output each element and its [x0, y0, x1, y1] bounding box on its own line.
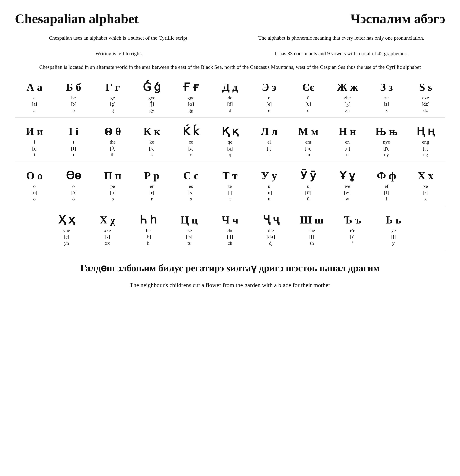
letter-cell: Ң ң eng [ŋ] ng [406, 125, 445, 158]
letter-name: eng [422, 139, 429, 145]
letter-rom: gg [188, 107, 193, 114]
letter-main: Өө [66, 169, 81, 182]
letter-ipa: [g] [110, 101, 115, 107]
letter-ipa: [ɔ] [71, 189, 76, 196]
letter-cell: S s dze [dz] dz [406, 81, 445, 114]
letter-cell: І і ï [ɪ] ï [54, 125, 93, 158]
letter-ipa: [k] [149, 145, 155, 152]
letter-rom: p [111, 196, 114, 202]
letter-name: ge [110, 95, 115, 101]
letter-main: Х х [418, 169, 433, 182]
letter-main: Ъ ъ [344, 213, 361, 227]
letter-rom: zh [345, 107, 350, 114]
letter-name: a [33, 95, 36, 101]
letter-rom: g [111, 107, 114, 114]
letter-rom: ö [72, 196, 75, 202]
alphabet-row-4: Ҳ ҳ yhe [ç] yh Χ χ xxe [χ] xx Һ һ he [h]… [15, 213, 445, 250]
letter-name: ef [385, 183, 388, 189]
letter-ipa: [t] [228, 189, 232, 196]
letter-ipa: [ʒ] [344, 101, 350, 107]
letter-main: Ң ң [417, 125, 435, 138]
letter-ipa: [w] [344, 189, 351, 196]
letter-ipa: [dz] [422, 101, 429, 107]
letter-name: e [268, 95, 270, 101]
letter-main: Д д [222, 81, 238, 94]
letter-name: zhe [344, 95, 351, 101]
letter-rom: m [306, 152, 310, 158]
letter-rom: e [268, 107, 270, 114]
letter-main: Ь ь [386, 213, 401, 227]
letter-name: we [345, 183, 350, 189]
letter-name: pe [110, 183, 115, 189]
letter-cell: Б б be [b] b [54, 81, 93, 114]
letter-ipa: [h] [146, 234, 151, 240]
letter-name: xxe [104, 227, 111, 234]
letter-main: К к [143, 125, 160, 138]
letter-name: o [33, 183, 36, 189]
bottom-section: Галдөш элбоњим билус регатирэ sилтаү дри… [15, 261, 445, 289]
letter-rom: d [229, 107, 231, 114]
letter-rom: q [229, 152, 231, 158]
letter-main: А а [27, 81, 42, 94]
letter-ipa: [s] [188, 189, 193, 196]
letter-name: ï [73, 139, 74, 145]
letter-rom: xx [105, 240, 110, 246]
letter-rom: dz [423, 107, 428, 114]
letter-main: Һ һ [140, 213, 157, 227]
letter-rom: k [150, 152, 153, 158]
letter-rom: s [190, 196, 192, 202]
letter-cell: Ұ ұ we [w] w [328, 169, 367, 202]
letter-rom: t [229, 196, 230, 202]
letter-main: Т т [222, 169, 238, 182]
letter-ipa: [ɛ] [305, 101, 311, 107]
letter-cell: Э э e [e] e [249, 81, 289, 114]
letter-ipa: [m] [305, 145, 312, 152]
letter-rom: c [190, 152, 192, 158]
letter-cell: Ъ ъ e'e [ʔ] ' [332, 213, 373, 246]
letter-main: М м [298, 125, 318, 138]
letter-cell: Х х xe [x] x [406, 169, 445, 202]
letter-name: xe [423, 183, 428, 189]
title-left: Chesapalian alphabet [15, 11, 139, 26]
alphabet-row-1: А а a [a] a Б б be [b] b Г г ge [g] g Ǵ … [15, 81, 445, 118]
letter-rom: yh [64, 240, 69, 246]
english-sentence: The neighbour's childrens cut a flower f… [15, 280, 445, 289]
title-right: Чэспалим абэгэ [350, 11, 445, 26]
letter-ipa: [x] [423, 189, 428, 196]
letter-rom: b [72, 107, 75, 114]
letter-cell: Єє ë [ɛ] ë [289, 81, 328, 114]
letter-main: Ғ ғ [183, 81, 199, 94]
letter-name: en [345, 139, 350, 145]
letter-rom: dj [269, 240, 273, 246]
letter-name: er [150, 183, 154, 189]
letter-ipa: [u] [266, 189, 272, 196]
letter-cell: У у u [u] u [249, 169, 289, 202]
letter-ipa: [z] [384, 101, 389, 107]
letter-cell: Ǵ ǵ gye [j̊] gy [132, 81, 172, 114]
letter-rom: r [151, 196, 153, 202]
letter-ipa: [ɲ] [383, 145, 390, 152]
letter-main: Θ θ [104, 125, 121, 138]
alphabet-row-2: И и i [i] i І і ï [ɪ] ï Θ θ the [θ] th К… [15, 125, 445, 162]
letter-ipa: [ʃ] [309, 234, 314, 240]
letter-main: Э э [262, 81, 276, 94]
letter-rom: ü [307, 196, 310, 202]
letter-ipa: [e] [266, 101, 272, 107]
letter-cell: А а a [a] a [15, 81, 54, 114]
letter-rom: u [268, 196, 270, 202]
alphabet-section: А а a [a] a Б б be [b] b Г г ge [g] g Ǵ … [15, 81, 445, 250]
cyrillic-sentence: Галдөш элбоњим билус регатирэ sилтаү дри… [15, 261, 445, 275]
letter-cell: Θ θ the [θ] th [93, 125, 132, 158]
letter-main: Ҳ ҳ [58, 213, 75, 227]
letter-rom: y [392, 240, 395, 246]
letter-ipa: [r] [149, 189, 154, 196]
letter-name: ö [72, 183, 75, 189]
letter-cell: Өө ö [ɔ] ö [54, 169, 93, 202]
intro-block: Chespalian uses an alphabet which is a s… [15, 34, 445, 58]
letter-name: tse [187, 227, 192, 234]
letter-name: yhe [63, 227, 70, 234]
letter-ipa: [l] [267, 145, 271, 152]
letter-main: Ч ч [222, 213, 238, 227]
letter-rom: ï [73, 152, 74, 158]
letter-name: qe [228, 139, 232, 145]
